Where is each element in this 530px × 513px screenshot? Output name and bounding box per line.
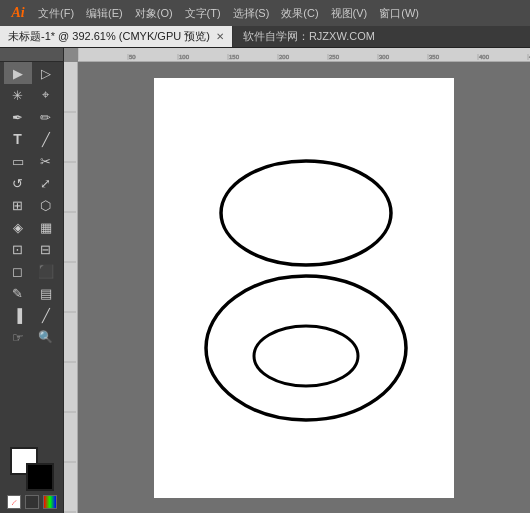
svg-rect-20 [64,62,76,513]
blend-tool-button[interactable]: ⬡ [32,194,60,216]
ruler-vertical [64,62,78,513]
measure-tool-button[interactable]: ⬛ [32,260,60,282]
tool-row-artboard: ⊡ ⊟ [0,238,63,260]
menu-view[interactable]: 视图(V) [325,0,374,26]
svg-text:400: 400 [479,54,490,60]
svg-rect-0 [78,48,530,60]
line-tool-button[interactable]: ╱ [32,128,60,150]
lasso-tool-button[interactable]: ⌖ [32,84,60,106]
menu-edit[interactable]: 编辑(E) [80,0,129,26]
tool-row-eraser: ◻ ⬛ [0,260,63,282]
tool-row-pen: ✒ ✏ [0,106,63,128]
canvas-area: 50 100 150 200 250 300 350 400 4 [64,48,530,513]
gradient-tool-button[interactable]: ✎ [4,282,32,304]
tool-row-paint: ✎ ▤ [0,282,63,304]
tool-row-hand: ☞ 🔍 [0,326,63,348]
free-transform-button[interactable]: ⊞ [4,194,32,216]
svg-text:50: 50 [129,54,136,60]
main-area: ▶ ▷ ✳ ⌖ ✒ ✏ T ╱ ▭ ✂ ↺ ⤢ ⊞ ⬡ [0,48,530,513]
color-area: ⟋ [0,443,63,513]
tool-row-charts: ▐ ╱ [0,304,63,326]
line-chart-button[interactable]: ╱ [32,304,60,326]
warp-tool-button[interactable]: ⤢ [32,172,60,194]
tool-row-selection: ▶ ▷ [0,62,63,84]
no-fill-icon[interactable]: ⟋ [7,495,21,509]
drawing-canvas[interactable] [154,78,454,498]
svg-text:300: 300 [379,54,390,60]
title-bar: Ai 文件(F) 编辑(E) 对象(O) 文字(T) 选择(S) 效果(C) 视… [0,0,530,26]
tab-info: 软件自学网：RJZXW.COM [233,26,530,47]
magic-wand-tool-button[interactable]: ✳ [4,84,32,106]
direct-selection-tool-button[interactable]: ▷ [32,62,60,84]
ruler-horizontal: 50 100 150 200 250 300 350 400 4 [78,48,530,62]
svg-text:250: 250 [329,54,340,60]
toolbar: ▶ ▷ ✳ ⌖ ✒ ✏ T ╱ ▭ ✂ ↺ ⤢ ⊞ ⬡ [0,48,64,513]
color-gradient-icon[interactable] [43,495,57,509]
stroke-fill-area [10,447,54,491]
type-tool-button[interactable]: T [4,128,32,150]
artboard-tool-button[interactable]: ⊡ [4,238,32,260]
scissors-tool-button[interactable]: ✂ [32,150,60,172]
svg-text:100: 100 [179,54,190,60]
tool-row-shape: ▭ ✂ [0,150,63,172]
fill-stroke-icons: ⟋ [4,495,59,509]
svg-text:350: 350 [429,54,440,60]
artboard [154,78,454,498]
svg-text:200: 200 [279,54,290,60]
selection-tool-button[interactable]: ▶ [4,62,32,84]
menu-window[interactable]: 窗口(W) [373,0,425,26]
hand-tool-button[interactable]: ☞ [4,326,32,348]
rotate-tool-button[interactable]: ↺ [4,172,32,194]
symbol-tool-button[interactable]: ◈ [4,216,32,238]
menu-bar: 文件(F) 编辑(E) 对象(O) 文字(T) 选择(S) 效果(C) 视图(V… [32,0,526,26]
pen-tool-button[interactable]: ✒ [4,106,32,128]
tool-row-transform: ⊞ ⬡ [0,194,63,216]
swap-fill-stroke-icon[interactable] [25,495,39,509]
bar-chart-button[interactable]: ▐ [4,304,32,326]
shape-tool-button[interactable]: ▭ [4,150,32,172]
pencil-tool-button[interactable]: ✏ [32,106,60,128]
slice-tool-button[interactable]: ⊟ [32,238,60,260]
stroke-color-box[interactable] [26,463,54,491]
menu-effect[interactable]: 效果(C) [275,0,324,26]
eraser-tool-button[interactable]: ◻ [4,260,32,282]
graph-tool-button[interactable]: ▦ [32,216,60,238]
menu-select[interactable]: 选择(S) [227,0,276,26]
tab-bar: 未标题-1* @ 392.61% (CMYK/GPU 预览) ✕ 软件自学网：R… [0,26,530,48]
menu-file[interactable]: 文件(F) [32,0,80,26]
tab-close-button[interactable]: ✕ [216,31,224,42]
svg-point-32 [254,326,358,386]
active-tab[interactable]: 未标题-1* @ 392.61% (CMYK/GPU 预览) ✕ [0,26,233,47]
tab-label: 未标题-1* @ 392.61% (CMYK/GPU 预览) [8,29,210,44]
tool-row-rotate: ↺ ⤢ [0,172,63,194]
menu-type[interactable]: 文字(T) [179,0,227,26]
zoom-tool-button[interactable]: 🔍 [32,326,60,348]
paint-bucket-button[interactable]: ▤ [32,282,60,304]
menu-object[interactable]: 对象(O) [129,0,179,26]
ai-logo: Ai [4,5,32,21]
svg-point-30 [221,161,391,265]
tool-row-wand: ✳ ⌖ [0,84,63,106]
svg-text:150: 150 [229,54,240,60]
tool-row-graph: ◈ ▦ [0,216,63,238]
toolbar-ruler-corner [0,48,63,62]
canvas-background [78,62,530,513]
svg-point-31 [206,276,406,420]
tool-row-type: T ╱ [0,128,63,150]
